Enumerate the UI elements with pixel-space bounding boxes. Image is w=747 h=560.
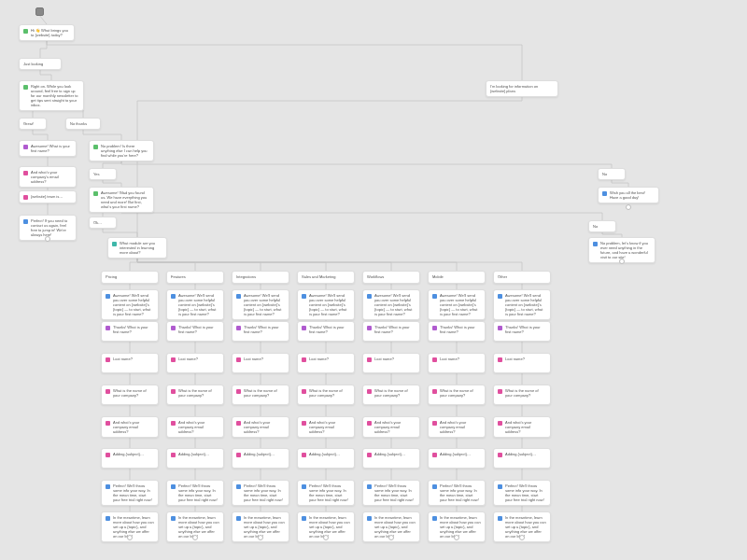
left-ask-email[interactable]: And what's your company's email address?: [19, 166, 77, 188]
grid-cell-c3-r4[interactable]: And what's your company email address?: [297, 416, 355, 438]
grid-cell-c5-r6[interactable]: Perfect! We'll throw some info your way.…: [428, 480, 486, 506]
grid-cell-c3-r5-label: Adding {subject}…: [309, 452, 350, 456]
grid-cell-c1-r7-label: In the meantime, learn more about how yo…: [178, 515, 219, 539]
grid-cell-c3-r6[interactable]: Perfect! We'll throw some info your way.…: [297, 480, 355, 506]
grid-cell-c1-r5-label: Adding {subject}…: [178, 452, 219, 456]
right-d2-farewell-icon: [593, 242, 598, 246]
grid-cell-c0-r4[interactable]: And what's your company email address?: [101, 416, 159, 438]
grid-cell-c0-r4-label: And what's your company email address?: [113, 420, 154, 434]
left-ask-first-name[interactable]: Awesome! What is your first name?: [19, 140, 77, 157]
grid-header-2[interactable]: Integrations: [232, 271, 289, 284]
grid-cell-c3-r1[interactable]: Thanks! What is your first name?: [297, 321, 355, 342]
grid-cell-c1-r6-icon: [171, 484, 176, 489]
grid-cell-c4-r2-label: Last name?: [374, 357, 416, 361]
grid-cell-c6-r1[interactable]: Thanks! What is your first name?: [493, 321, 551, 342]
grid-header-3[interactable]: Sales and Marketing: [297, 271, 355, 284]
grid-cell-c5-r4[interactable]: And what's your company email address?: [428, 416, 486, 438]
grid-cell-c1-r3-label: What is the name of your company?: [178, 388, 219, 398]
option-looking-for-info[interactable]: I'm looking for information on {website}…: [486, 80, 558, 97]
grid-header-0[interactable]: Pricing: [101, 271, 159, 284]
grid-cell-c2-r5-icon: [236, 453, 241, 457]
left-team-size[interactable]: {website} team is…: [19, 190, 77, 203]
grid-cell-c1-r5[interactable]: Adding {subject}…: [166, 448, 224, 469]
grid-cell-c6-r4[interactable]: And what's your company email address?: [493, 416, 551, 438]
grid-cell-c2-r3-label: What is the name of your company?: [244, 388, 285, 398]
grid-cell-c2-r1[interactable]: Thanks! What is your first name?: [232, 321, 289, 342]
grid-cell-c2-r3-icon: [236, 389, 241, 394]
grid-cell-c2-r0[interactable]: Awesome! We'll send you over some helpfu…: [232, 289, 289, 320]
grid-cell-c4-r5[interactable]: Adding {subject}…: [362, 448, 420, 469]
grid-cell-c1-r4[interactable]: And what's your company email address?: [166, 416, 224, 438]
grid-cell-c0-r1[interactable]: Thanks! What is your first name?: [101, 321, 159, 342]
grid-cell-c1-r1[interactable]: Thanks! What is your first name?: [166, 321, 224, 342]
grid-header-4[interactable]: Workflows: [362, 271, 420, 284]
grid-cell-c0-r6[interactable]: Perfect! We'll throw some info your way.…: [101, 480, 159, 506]
grid-header-5[interactable]: Mobile: [428, 271, 486, 284]
option-just-looking[interactable]: Just looking: [19, 58, 62, 70]
grid-cell-c2-r5[interactable]: Adding {subject}…: [232, 448, 289, 469]
grid-header-1-label: Features: [171, 274, 219, 279]
grid-cell-c1-r7-icon: [171, 516, 176, 521]
grid-cell-c2-r6[interactable]: Perfect! We'll throw some info your way.…: [232, 480, 289, 506]
grid-cell-c0-r0[interactable]: Awesome! We'll send you over some helpfu…: [101, 289, 159, 320]
grid-cell-c1-r3[interactable]: What is the name of your company?: [166, 385, 224, 405]
grid-cell-c3-r5[interactable]: Adding {subject}…: [297, 448, 355, 469]
grid-header-1[interactable]: Features: [166, 271, 224, 284]
mid-anything-else-label: No problem! Is there anything else I can…: [101, 144, 149, 158]
branch-great[interactable]: Great!: [19, 118, 47, 130]
grid-cell-c4-r1[interactable]: Thanks! What is your first name?: [362, 321, 420, 342]
grid-cell-c3-r2[interactable]: Last name?: [297, 353, 355, 373]
grid-header-6[interactable]: Other: [493, 271, 551, 284]
grid-cell-c4-r0[interactable]: Awesome! We'll send you over some helpfu…: [362, 289, 420, 320]
right-good-day[interactable]: Wish you all the best! Have a good day!: [598, 187, 659, 203]
grid-cell-c0-r5[interactable]: Adding {subject}…: [101, 448, 159, 469]
grid-cell-c5-r0[interactable]: Awesome! We'll send you over some helpfu…: [428, 289, 486, 320]
mid-what-module[interactable]: What module are you interested in learni…: [107, 237, 167, 259]
mid-yes[interactable]: Yes: [89, 168, 117, 180]
grid-cell-c6-r0[interactable]: Awesome! We'll send you over some helpfu…: [493, 289, 551, 320]
grid-cell-c0-r3[interactable]: What is the name of your company?: [101, 385, 159, 405]
grid-cell-c0-r6-label: Perfect! We'll throw some info your way.…: [113, 483, 154, 502]
mid-ok[interactable]: Ok…: [89, 217, 117, 229]
grid-cell-c4-r3[interactable]: What is the name of your company?: [362, 385, 420, 405]
grid-cell-c5-r3-label: What is the name of your company?: [440, 388, 481, 398]
grid-cell-c6-r2[interactable]: Last name?: [493, 353, 551, 373]
grid-cell-c3-r3[interactable]: What is the name of your company?: [297, 385, 355, 405]
grid-cell-c6-r5[interactable]: Adding {subject}…: [493, 448, 551, 469]
grid-cell-c1-r0[interactable]: Awesome! We'll send you over some helpfu…: [166, 289, 224, 320]
right-good-day-label: Wish you all the best! Have a good day!: [610, 190, 655, 200]
grid-cell-c2-r3[interactable]: What is the name of your company?: [232, 385, 289, 405]
mid-glad-found-us[interactable]: Awesome! Glad you found us. We have ever…: [89, 187, 154, 213]
grid-cell-c2-r2[interactable]: Last name?: [232, 353, 289, 373]
mid-anything-else[interactable]: No problem! Is there anything else I can…: [89, 140, 154, 161]
grid-cell-c3-r1-icon: [302, 326, 306, 330]
greeting-message-icon: [23, 29, 28, 34]
grid-cell-c5-r5[interactable]: Adding {subject}…: [428, 448, 486, 469]
right-good-day-icon: [602, 191, 607, 196]
grid-cell-c3-r5-icon: [302, 453, 306, 457]
grid-cell-c3-r0[interactable]: Awesome! We'll send you over some helpfu…: [297, 289, 355, 320]
greeting-message[interactable]: Hi 👋 What brings you to {website} today?: [19, 24, 75, 41]
grid-cell-c4-r6[interactable]: Perfect! We'll throw some info your way.…: [362, 480, 420, 506]
start-node[interactable]: [35, 7, 44, 16]
grid-cell-c6-r3[interactable]: What is the name of your company?: [493, 385, 551, 405]
grid-cell-c2-r4[interactable]: And what's your company email address?: [232, 416, 289, 438]
right-no[interactable]: No: [598, 168, 626, 180]
branch-no-thanks[interactable]: No thanks: [65, 118, 101, 130]
grid-cell-c1-r6[interactable]: Perfect! We'll throw some info your way.…: [166, 480, 224, 506]
right-d1-no[interactable]: No: [588, 220, 616, 232]
grid-cell-c6-r6[interactable]: Perfect! We'll throw some info your way.…: [493, 480, 551, 506]
grid-cell-c0-r2[interactable]: Last name?: [101, 353, 159, 373]
grid-cell-c5-r3[interactable]: What is the name of your company?: [428, 385, 486, 405]
grid-cell-c4-r4[interactable]: And what's your company email address?: [362, 416, 420, 438]
grid-cell-c5-r1[interactable]: Thanks! What is your first name?: [428, 321, 486, 342]
grid-cell-c4-r2[interactable]: Last name?: [362, 353, 420, 373]
left-ask-email-icon: [23, 171, 28, 175]
browse-message[interactable]: Right on. While you look around, feel fr…: [19, 80, 84, 111]
grid-cell-c5-r2[interactable]: Last name?: [428, 353, 486, 373]
grid-cell-c1-r2[interactable]: Last name?: [166, 353, 224, 373]
grid-cell-c3-r4-label: And what's your company email address?: [309, 420, 350, 434]
grid-cell-c4-r5-label: Adding {subject}…: [374, 452, 416, 456]
grid-cell-c4-r2-icon: [367, 357, 372, 362]
left-ask-email-label: And what's your company's email address?: [31, 170, 72, 184]
